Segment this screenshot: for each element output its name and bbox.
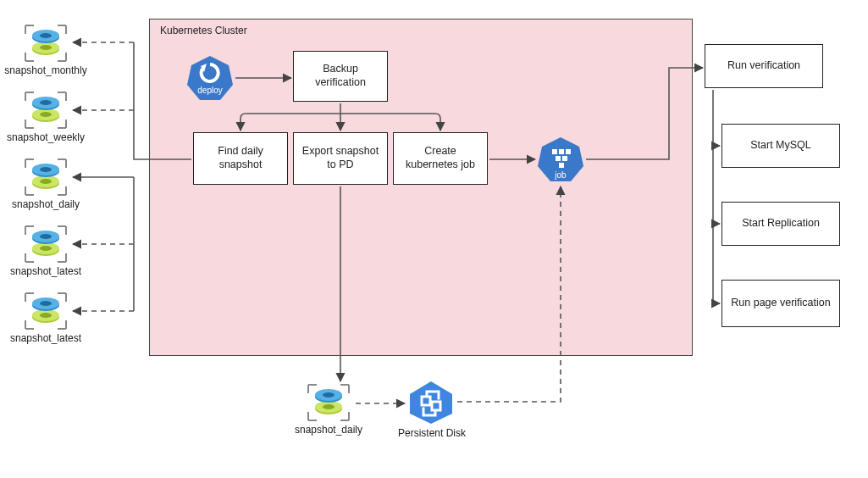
snapshot-icon [305, 383, 352, 422]
job-label: job [554, 170, 567, 180]
snapshot-icon [22, 24, 69, 63]
svg-rect-4 [559, 149, 564, 154]
svg-rect-7 [562, 156, 567, 161]
snapshot-label-daily: snapshot_daily [0, 198, 97, 210]
run-verification-box: Run verification [705, 44, 823, 88]
svg-rect-6 [556, 156, 561, 161]
svg-rect-5 [566, 149, 571, 154]
export-pd-box: Export snapshot to PD [293, 132, 388, 185]
start-replication-box: Start Replication [721, 202, 840, 246]
persistent-disk-icon [406, 380, 456, 425]
run-page-verification-box: Run page verification [721, 280, 840, 327]
svg-rect-3 [552, 149, 557, 154]
deploy-icon: deploy [186, 54, 234, 103]
snapshot-icon [22, 225, 69, 264]
snapshot-icon [22, 292, 69, 331]
snapshot-daily-bottom-label: snapshot_daily [278, 424, 379, 436]
backup-verification-box: Backup verification [293, 51, 388, 102]
snapshot-label-latest-2: snapshot_latest [0, 332, 97, 344]
cluster-title: Kubernetes Cluster [160, 25, 247, 36]
svg-rect-8 [559, 163, 564, 168]
snapshot-icon [22, 158, 69, 197]
snapshot-label-latest-1: snapshot_latest [0, 265, 97, 277]
persistent-disk-label: Persistent Disk [381, 427, 483, 439]
snapshot-icon [22, 91, 69, 130]
start-mysql-box: Start MySQL [721, 124, 840, 168]
job-icon: job [537, 136, 584, 185]
snapshot-label-monthly: snapshot_monthly [0, 64, 97, 76]
create-job-box: Create kubernetes job [393, 132, 488, 185]
find-daily-box: Find daily snapshot [193, 132, 288, 185]
deploy-label: deploy [197, 86, 222, 95]
snapshot-label-weekly: snapshot_weekly [0, 131, 97, 143]
